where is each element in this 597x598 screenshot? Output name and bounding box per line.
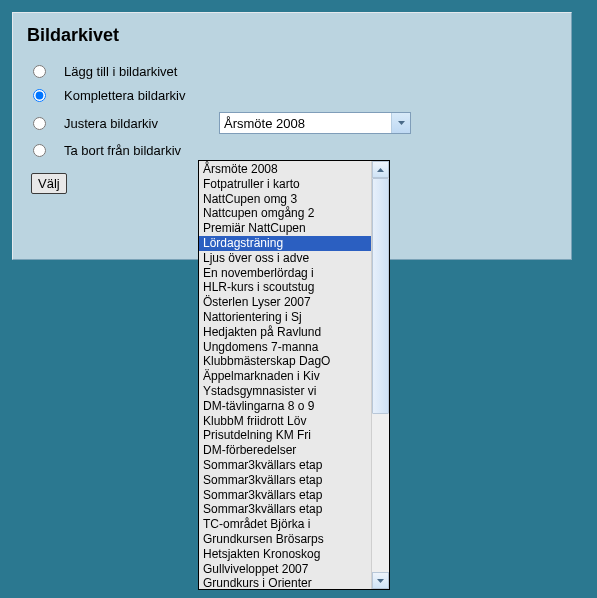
archive-select[interactable]: Årsmöte 2008	[219, 112, 411, 134]
dropdown-option[interactable]: Nattcupen omgång 2	[199, 206, 371, 221]
mode-radio[interactable]	[33, 144, 46, 157]
radio-label: Komplettera bildarkiv	[64, 88, 219, 103]
dropdown-option[interactable]: Grundkursen Brösarps	[199, 532, 371, 547]
dropdown-option[interactable]: Österlen Lyser 2007	[199, 295, 371, 310]
scrollbar[interactable]	[371, 161, 389, 589]
dropdown-option[interactable]: DM-tävlingarna 8 o 9	[199, 399, 371, 414]
svg-marker-2	[377, 579, 384, 583]
dropdown-option[interactable]: Sommar3kvällars etap	[199, 488, 371, 503]
submit-button[interactable]: Välj	[31, 173, 67, 194]
dropdown-option[interactable]: Klubbmästerskap DagO	[199, 354, 371, 369]
dropdown-option[interactable]: Ystadsgymnasister vi	[199, 384, 371, 399]
radio-label: Ta bort från bildarkiv	[64, 143, 219, 158]
dropdown-option[interactable]: En novemberlördag i	[199, 266, 371, 281]
scroll-track[interactable]	[372, 178, 389, 572]
radio-label: Justera bildarkiv	[64, 116, 219, 131]
mode-radio[interactable]	[33, 117, 46, 130]
dropdown-option[interactable]: Ljus över oss i adve	[199, 251, 371, 266]
svg-marker-0	[398, 121, 405, 125]
dropdown-option[interactable]: Sommar3kvällars etap	[199, 502, 371, 517]
dropdown-option[interactable]: Prisutdelning KM Fri	[199, 428, 371, 443]
archive-dropdown-list[interactable]: Årsmöte 2008Fotpatruller i kartoNattCupe…	[198, 160, 390, 590]
dropdown-option[interactable]: KlubbM friidrott Löv	[199, 414, 371, 429]
dropdown-option[interactable]: DM-förberedelser	[199, 443, 371, 458]
dropdown-option[interactable]: Ungdomens 7-manna	[199, 340, 371, 355]
radio-row: Lägg till i bildarkivet	[27, 64, 557, 79]
dropdown-option[interactable]: TC-området Björka i	[199, 517, 371, 532]
radio-row: Ta bort från bildarkiv	[27, 143, 557, 158]
dropdown-option[interactable]: HLR-kurs i scoutstug	[199, 280, 371, 295]
panel-title: Bildarkivet	[27, 25, 557, 46]
svg-marker-1	[377, 168, 384, 172]
mode-radio[interactable]	[33, 65, 46, 78]
archive-select-value: Årsmöte 2008	[224, 116, 305, 131]
dropdown-option[interactable]: Hetsjakten Kronoskog	[199, 547, 371, 562]
scroll-thumb[interactable]	[372, 178, 389, 414]
mode-radio[interactable]	[33, 89, 46, 102]
dropdown-option[interactable]: Lördagsträning	[199, 236, 371, 251]
chevron-down-icon[interactable]	[391, 113, 410, 133]
dropdown-option[interactable]: Sommar3kvällars etap	[199, 458, 371, 473]
dropdown-option[interactable]: Nattorientering i Sj	[199, 310, 371, 325]
scroll-down-button[interactable]	[372, 572, 389, 589]
dropdown-option[interactable]: Grundkurs i Orienter	[199, 576, 371, 589]
dropdown-option[interactable]: Premiär NattCupen	[199, 221, 371, 236]
dropdown-option[interactable]: NattCupen omg 3	[199, 192, 371, 207]
dropdown-option[interactable]: Sommar3kvällars etap	[199, 473, 371, 488]
dropdown-option[interactable]: Hedjakten på Ravlund	[199, 325, 371, 340]
dropdown-option[interactable]: Gullviveloppet 2007	[199, 562, 371, 577]
dropdown-option[interactable]: Fotpatruller i karto	[199, 177, 371, 192]
radio-row: Justera bildarkivÅrsmöte 2008	[27, 112, 557, 134]
radio-label: Lägg till i bildarkivet	[64, 64, 219, 79]
dropdown-option[interactable]: Årsmöte 2008	[199, 162, 371, 177]
radio-row: Komplettera bildarkiv	[27, 88, 557, 103]
scroll-up-button[interactable]	[372, 161, 389, 178]
dropdown-option[interactable]: Äppelmarknaden i Kiv	[199, 369, 371, 384]
